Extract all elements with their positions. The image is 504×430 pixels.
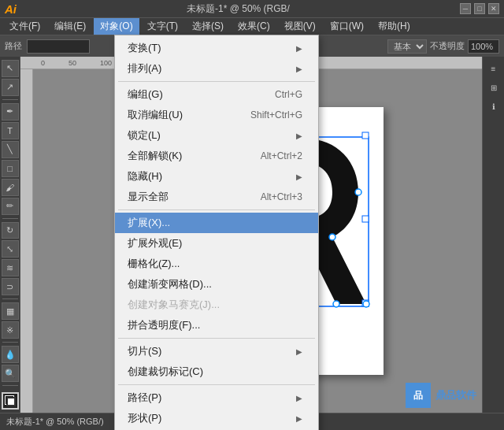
close-button[interactable]: ✕ xyxy=(488,3,499,14)
menu-window[interactable]: 窗口(W) xyxy=(324,18,370,35)
left-toolbar: ↖ ↗ ✒ T ╲ □ 🖌 ✏ ↻ ⤡ ≋ ⊃ ▦ ※ 💧 🔍 xyxy=(0,57,20,413)
paintbrush-tool[interactable]: 🖌 xyxy=(2,179,19,196)
menu-bar: 文件(F) 编辑(E) 对象(O) 文字(T) 选择(S) 效果(C) 视图(V… xyxy=(0,17,504,35)
symbol-tool[interactable]: ※ xyxy=(2,321,19,339)
tool-divider-3 xyxy=(2,298,18,299)
menu-flatten-transparency[interactable]: 拼合透明度(F)... xyxy=(115,315,318,335)
tool-divider-5 xyxy=(2,385,18,386)
pencil-tool[interactable]: ✏ xyxy=(2,198,19,215)
path-input[interactable] xyxy=(27,39,90,54)
svg-rect-8 xyxy=(362,216,369,222)
right-panel: ≡ ⊞ ℹ xyxy=(482,57,504,413)
toolbar-right: 基本 不透明度 xyxy=(387,39,499,54)
object-dropdown-menu: 变换(T) ▶ 排列(A) ▶ 编组(G) Ctrl+G 取消编组(U) Shi… xyxy=(114,35,319,430)
path-label: 路径 xyxy=(5,40,22,52)
fill-stroke-tool[interactable] xyxy=(2,392,19,410)
menu-hide[interactable]: 隐藏(H) ▶ xyxy=(115,166,318,187)
status-info: 未标题-1* @ 50% (RGB/) xyxy=(6,416,104,428)
menu-show-all[interactable]: 显示全部 Alt+Ctrl+3 xyxy=(115,187,318,207)
maximize-button[interactable]: □ xyxy=(474,3,485,14)
rect-tool[interactable]: □ xyxy=(2,160,19,177)
title-bar-center: 未标题-1* @ 50% (RGB/ xyxy=(17,2,460,16)
menu-effect[interactable]: 效果(C) xyxy=(232,18,276,35)
menu-select[interactable]: 选择(S) xyxy=(186,18,230,35)
watermark-icon: 品 xyxy=(406,383,431,408)
title-bar-controls: ─ □ ✕ xyxy=(460,3,499,14)
separator-1 xyxy=(118,81,315,82)
direct-select-tool[interactable]: ↗ xyxy=(2,79,19,96)
rotate-tool[interactable]: ↻ xyxy=(2,222,19,239)
properties-panel-btn[interactable]: ℹ xyxy=(485,98,502,115)
menu-create-trim-marks[interactable]: 创建裁切标记(C) xyxy=(115,361,318,382)
artboards-panel-btn[interactable]: ⊞ xyxy=(485,79,502,96)
title-bar: Ai 未标题-1* @ 50% (RGB/ ─ □ ✕ xyxy=(0,0,504,17)
opacity-label: 不透明度 xyxy=(430,40,465,52)
scale-tool[interactable]: ⤡ xyxy=(2,240,19,258)
ai-logo: Ai xyxy=(5,2,17,16)
select-tool[interactable]: ↖ xyxy=(2,60,19,77)
eyedropper-tool[interactable]: 💧 xyxy=(2,346,19,363)
svg-point-14 xyxy=(363,301,369,307)
svg-rect-2 xyxy=(362,132,369,139)
menu-help[interactable]: 帮助(H) xyxy=(372,18,417,35)
minimize-button[interactable]: ─ xyxy=(460,3,471,14)
mode-select[interactable]: 基本 xyxy=(387,39,427,54)
line-tool[interactable]: ╲ xyxy=(2,141,19,158)
menu-expand-appearance[interactable]: 扩展外观(E) xyxy=(115,233,318,254)
watermark-text: 鼎品软件 xyxy=(435,388,476,402)
menu-create-gradient-mesh[interactable]: 创建渐变网格(D)... xyxy=(115,274,318,295)
menu-create-object-mosaic: 创建对象马赛克(J)... xyxy=(115,295,318,315)
menu-view[interactable]: 视图(V) xyxy=(278,18,322,35)
menu-unlock-all[interactable]: 全部解锁(K) Alt+Ctrl+2 xyxy=(115,146,318,166)
zoom-tool[interactable]: 🔍 xyxy=(2,365,19,382)
menu-shape[interactable]: 形状(P) ▶ xyxy=(115,408,318,428)
menu-lock[interactable]: 锁定(L) ▶ xyxy=(115,125,318,146)
menu-file[interactable]: 文件(F) xyxy=(3,18,46,35)
svg-point-15 xyxy=(329,234,335,240)
menu-slice[interactable]: 切片(S) ▶ xyxy=(115,341,318,361)
pen-tool[interactable]: ✒ xyxy=(2,103,19,120)
column-graph-tool[interactable]: ▦ xyxy=(2,302,19,320)
blend-tool[interactable]: ⊃ xyxy=(2,278,19,295)
tool-divider-1 xyxy=(2,99,18,100)
watermark: 品 鼎品软件 xyxy=(406,383,476,408)
menu-group[interactable]: 编组(G) Ctrl+G xyxy=(115,84,318,105)
menu-rasterize[interactable]: 栅格化(Z)... xyxy=(115,254,318,274)
menu-edit[interactable]: 编辑(E) xyxy=(48,18,92,35)
warp-tool[interactable]: ≋ xyxy=(2,259,19,276)
menu-object[interactable]: 对象(O) xyxy=(94,18,139,35)
layers-panel-btn[interactable]: ≡ xyxy=(485,60,502,77)
svg-point-13 xyxy=(333,301,339,307)
separator-4 xyxy=(118,384,315,385)
title-bar-left: Ai xyxy=(5,2,17,16)
menu-ungroup[interactable]: 取消编组(U) Shift+Ctrl+G xyxy=(115,105,318,125)
tool-divider-4 xyxy=(2,342,18,343)
separator-3 xyxy=(118,338,315,339)
ruler-vertical xyxy=(20,69,33,413)
svg-point-12 xyxy=(355,189,361,195)
menu-arrange[interactable]: 排列(A) ▶ xyxy=(115,58,318,79)
separator-2 xyxy=(118,209,315,210)
type-tool[interactable]: T xyxy=(2,122,19,139)
opacity-input[interactable] xyxy=(468,39,499,54)
menu-path[interactable]: 路径(P) ▶ xyxy=(115,387,318,408)
menu-text[interactable]: 文字(T) xyxy=(141,18,184,35)
menu-expand[interactable]: 扩展(X)... xyxy=(115,213,318,233)
tool-divider-2 xyxy=(2,218,18,219)
menu-transform[interactable]: 变换(T) ▶ xyxy=(115,38,318,58)
